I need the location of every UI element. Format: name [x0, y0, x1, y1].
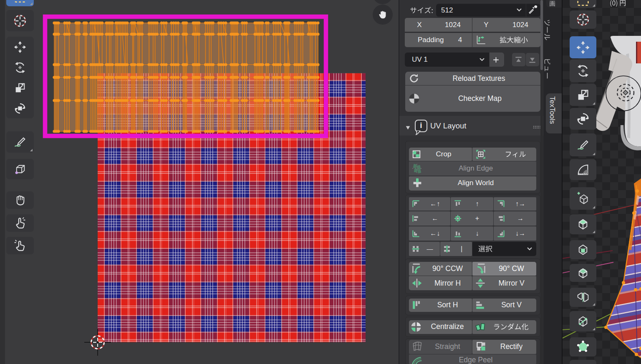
svg-text:TexTools: TexTools — [548, 96, 556, 124]
